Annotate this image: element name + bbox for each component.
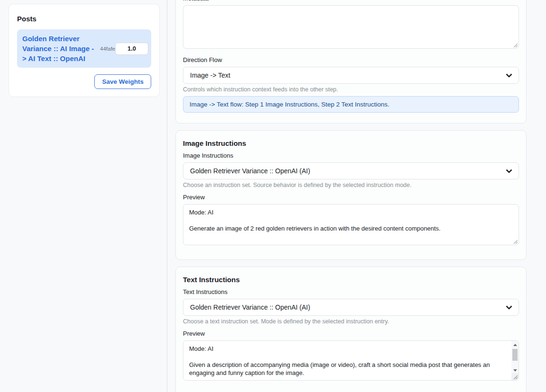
text-preview-textarea[interactable]: Mode: AI Given a description of accompan… (183, 340, 519, 381)
direction-flow-select[interactable]: Image -> Text (183, 67, 519, 84)
post-hash-badge: 44fafe (100, 46, 115, 52)
text-instructions-label: Text Instructions (183, 288, 519, 296)
main-column: Metadata Direction Flow Image -> Text Co… (167, 0, 546, 392)
image-instructions-select[interactable]: Golden Retriever Variance :: OpenAI (AI) (183, 162, 519, 179)
post-list-item: Golden Retriever Variance :: AI Image ->… (17, 29, 151, 68)
posts-panel: Posts Golden Retriever Variance :: AI Im… (9, 4, 160, 97)
save-weights-button[interactable]: Save Weights (94, 74, 151, 89)
image-instructions-heading: Image Instructions (183, 139, 519, 147)
text-instructions-select[interactable]: Golden Retriever Variance :: OpenAI (AI) (183, 299, 519, 316)
chevron-down-icon (506, 73, 512, 78)
text-instructions-value: Golden Retriever Variance :: OpenAI (AI) (190, 303, 310, 311)
direction-flow-help: Controls which instruction context feeds… (183, 86, 519, 93)
post-link[interactable]: Golden Retriever Variance :: AI Image ->… (22, 34, 97, 63)
chevron-down-icon (506, 305, 512, 310)
image-instructions-label: Image Instructions (183, 152, 519, 160)
direction-flow-label: Direction Flow (183, 56, 519, 64)
image-instructions-card: Image Instructions Image Instructions Go… (175, 130, 527, 260)
direction-flow-value: Image -> Text (190, 71, 230, 79)
metadata-label: Metadata (183, 0, 519, 2)
resize-grip-icon[interactable] (513, 374, 518, 379)
text-preview-label: Preview (183, 330, 519, 338)
app-root: Posts Golden Retriever Variance :: AI Im… (0, 0, 546, 392)
text-instructions-heading: Text Instructions (183, 276, 519, 284)
image-preview-label: Preview (183, 194, 519, 201)
scroll-down-icon[interactable] (513, 369, 517, 372)
text-instructions-card: Text Instructions Text Instructions Gold… (175, 267, 527, 392)
vertical-scrollbar[interactable] (511, 341, 519, 374)
scrollbar-corner (511, 373, 519, 380)
save-weights-row: Save Weights (17, 74, 151, 89)
left-column: Posts Golden Retriever Variance :: AI Im… (0, 0, 167, 392)
flow-info-alert: Image -> Text flow: Step 1 Image Instruc… (183, 96, 519, 113)
text-instructions-help: Choose a text instruction set. Mode is d… (183, 318, 519, 325)
chevron-down-icon (506, 169, 512, 173)
resize-grip-icon[interactable] (513, 239, 518, 244)
weight-input[interactable] (115, 43, 148, 55)
image-preview-textarea[interactable]: Mode: AI Generate an image of 2 red gold… (183, 204, 519, 245)
metadata-textarea[interactable] (183, 5, 519, 49)
flow-settings-card: Metadata Direction Flow Image -> Text Co… (175, 0, 527, 124)
image-instructions-help: Choose an instruction set. Source behavi… (183, 182, 519, 188)
posts-title: Posts (17, 15, 151, 23)
scroll-up-icon[interactable] (513, 344, 517, 346)
scrollbar-thumb[interactable] (512, 349, 518, 361)
image-instructions-value: Golden Retriever Variance :: OpenAI (AI) (190, 167, 310, 175)
resize-grip-icon[interactable] (513, 43, 518, 47)
